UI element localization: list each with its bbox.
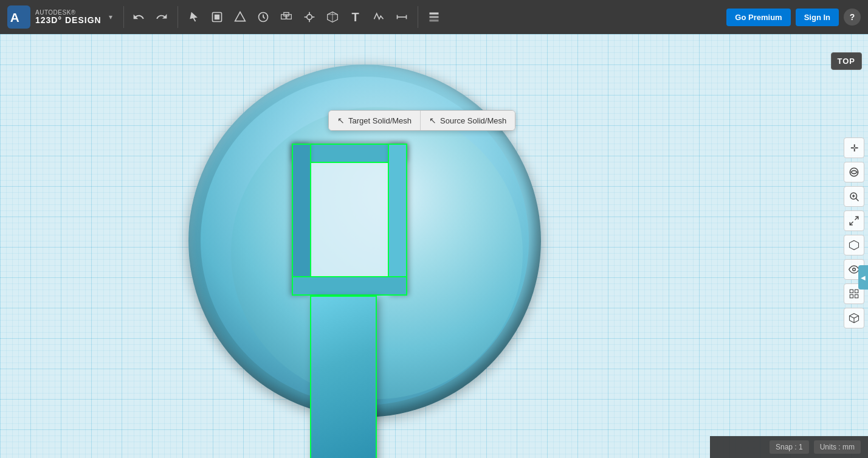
target-cursor-icon: ↖ [337, 116, 345, 125]
source-cursor-icon: ↖ [429, 116, 436, 125]
svg-line-24 [856, 198, 859, 201]
top-toolbar: A AUTODESK® 123D° DESIGN ▾ [0, 0, 868, 34]
pan-icon-button[interactable]: ✛ [844, 137, 864, 158]
toolbar-right-group: Go Premium Sign In ? [726, 9, 868, 26]
snap-indicator[interactable]: Snap : 1 [770, 440, 809, 454]
bottom-box-face [311, 297, 376, 458]
source-solid-mesh-item[interactable]: ↖ Source Solid/Mesh [421, 111, 515, 130]
right-sidebar: ✛ [844, 137, 864, 328]
frame-bottom-face [292, 276, 407, 296]
top-frame [292, 144, 407, 296]
toolbar-divider-2 [177, 6, 178, 28]
app-dropdown-arrow[interactable]: ▾ [109, 13, 112, 21]
frame-inner-fill [311, 163, 388, 276]
svg-rect-33 [855, 295, 858, 298]
svg-point-9 [306, 15, 311, 19]
brand-bottom: 123D° DESIGN [35, 16, 102, 25]
svg-point-29 [853, 268, 856, 271]
undo-button[interactable] [129, 7, 148, 27]
fit-view-button[interactable] [844, 210, 864, 231]
svg-rect-30 [850, 290, 853, 293]
measure-tool-button[interactable] [369, 7, 388, 27]
3d-shape[interactable] [274, 113, 413, 458]
svg-rect-31 [855, 290, 858, 293]
help-button[interactable]: ? [844, 9, 861, 26]
main-canvas[interactable]: ↖ Target Solid/Mesh ↖ Source Solid/Mesh … [0, 34, 868, 458]
redo-button[interactable] [152, 7, 171, 27]
3d-view-button[interactable] [844, 235, 864, 255]
frame-left-face [292, 144, 311, 296]
layers-panel-button[interactable] [424, 7, 444, 27]
svg-rect-21 [429, 19, 438, 21]
undo-redo-group [128, 7, 173, 27]
bottom-bar: Snap : 1 Units : mm [710, 436, 868, 458]
modify-tool-button[interactable] [253, 7, 273, 27]
go-premium-button[interactable]: Go Premium [726, 9, 790, 26]
svg-marker-4 [235, 12, 245, 21]
main-tools-group: T [183, 7, 413, 27]
zoom-icon-button[interactable] [844, 186, 864, 207]
sign-in-button[interactable]: Sign In [796, 9, 839, 26]
construct-tool-button[interactable] [230, 7, 250, 27]
target-solid-mesh-item[interactable]: ↖ Target Solid/Mesh [329, 111, 421, 130]
cube-view-button[interactable] [323, 7, 342, 27]
bottom-box [310, 296, 377, 458]
svg-rect-32 [850, 295, 853, 298]
dimension-tool-button[interactable] [392, 7, 412, 27]
svg-rect-19 [429, 13, 438, 15]
text-tool-button[interactable]: T [346, 7, 365, 27]
3d-scene [0, 34, 868, 458]
svg-rect-20 [429, 16, 438, 18]
frame-right-face [388, 144, 407, 296]
primitive-tool-button[interactable] [207, 7, 227, 27]
autodesk-logo-icon: A [7, 5, 30, 29]
svg-text:A: A [10, 10, 19, 24]
source-solid-mesh-label: Source Solid/Mesh [440, 116, 506, 125]
app-name: AUTODESK® 123D° DESIGN [35, 9, 102, 25]
target-solid-mesh-label: Target Solid/Mesh [348, 116, 412, 125]
materials-button[interactable] [844, 308, 864, 328]
units-indicator[interactable]: Units : mm [814, 440, 861, 454]
logo-area: A AUTODESK® 123D° DESIGN ▾ [0, 5, 120, 29]
select-tool-button[interactable] [184, 7, 204, 27]
expand-panel-handle[interactable]: ◀ [858, 265, 868, 290]
svg-rect-3 [214, 15, 219, 19]
svg-line-28 [850, 222, 853, 225]
orbit-icon-button[interactable] [844, 162, 864, 182]
toolbar-divider-3 [418, 6, 418, 28]
view-top-button[interactable]: TOP [831, 52, 863, 70]
toolbar-divider-1 [123, 6, 124, 28]
svg-line-27 [855, 217, 858, 220]
group-tool-button[interactable] [277, 7, 296, 27]
snap-tool-button[interactable] [300, 7, 319, 27]
context-tooltip: ↖ Target Solid/Mesh ↖ Source Solid/Mesh [328, 110, 515, 131]
